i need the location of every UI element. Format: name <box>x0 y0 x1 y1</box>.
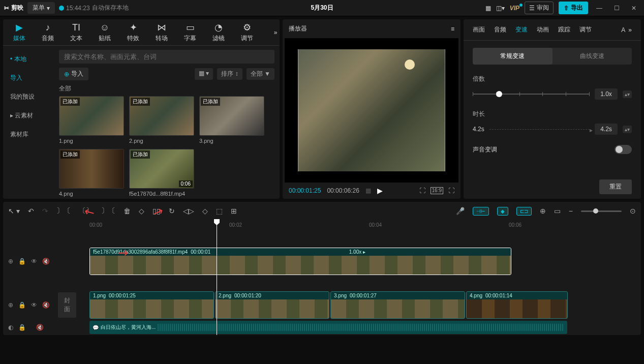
thumb-5[interactable]: 已添加0:06f5e17870d...8f81f.mp4 <box>129 149 194 197</box>
sidebar-item-cloud[interactable]: ▸ 云素材 <box>3 106 54 125</box>
tab-media[interactable]: ▶媒体 <box>5 22 34 43</box>
project-title[interactable]: 5月30日 <box>311 4 333 12</box>
tab-text[interactable]: TI文本 <box>62 22 90 43</box>
mute-icon[interactable]: 🔇 <box>36 324 44 331</box>
snap-button-3[interactable]: ⊏⊐ <box>516 207 532 216</box>
trim-right-tool[interactable]: 〕〔 <box>101 206 115 216</box>
img-clip-4[interactable]: 4.png00:00:01:14 <box>466 291 568 319</box>
lock-icon[interactable]: 🔒 <box>18 324 26 331</box>
review-button[interactable]: ☰审阅 <box>525 2 554 14</box>
ptab-picture[interactable]: 画面 <box>470 24 488 35</box>
audio-clip[interactable]: 💬白日依山尽，黄河入海... <box>89 321 567 334</box>
fullscreen-frame-icon[interactable]: ⛶ <box>419 187 425 194</box>
align-tool[interactable]: ⊕ <box>540 207 546 215</box>
thumb-4[interactable]: 已添加4.png <box>59 149 124 197</box>
ptab-adjust[interactable]: 调节 <box>576 24 595 35</box>
duration-to[interactable]: 4.2s <box>595 124 618 135</box>
list-icon[interactable]: ▦ <box>365 187 371 194</box>
video-clip[interactable]: f5e17870d91da3002896afa638f8f81f.mp400:0… <box>89 248 511 275</box>
crop-tool[interactable]: ⬚ <box>216 207 223 215</box>
reverse-tool[interactable]: ↻ <box>169 207 175 215</box>
track-add-icon[interactable]: ⊕ <box>8 258 13 265</box>
view-grid-button[interactable]: ▦ ▾ <box>195 68 213 80</box>
preview-tool[interactable]: ▭ <box>554 207 561 215</box>
rotate-tool[interactable]: ◇ <box>202 207 208 215</box>
mirror-tool[interactable]: ◁▷ <box>183 207 194 215</box>
layout-icon[interactable]: ▦ <box>485 5 491 12</box>
tab-transition[interactable]: ⋈转场 <box>147 22 176 43</box>
playhead[interactable] <box>217 220 217 335</box>
delete-tool[interactable]: 🗑 <box>124 207 131 215</box>
mute-icon[interactable]: 🔇 <box>42 258 50 265</box>
export-button[interactable]: ⇧导出 <box>559 2 588 14</box>
pitch-toggle[interactable] <box>615 145 632 154</box>
sort-button[interactable]: 排序 ↕ <box>217 68 242 80</box>
thumb-2[interactable]: 已添加2.png <box>129 96 194 144</box>
tab-sticker[interactable]: ☺贴纸 <box>90 22 119 43</box>
play-button[interactable]: ▶ <box>377 187 383 195</box>
fullscreen-icon[interactable]: ⛶ <box>448 187 454 194</box>
lock-icon[interactable]: 🔒 <box>18 301 26 309</box>
split-tool[interactable]: 〕〔 <box>56 206 71 216</box>
subtab-normal-speed[interactable]: 常规变速 <box>473 48 553 65</box>
vip-badge[interactable]: VIP <box>510 5 519 12</box>
img-clip-3[interactable]: 3.png00:00:01:27 <box>330 291 465 319</box>
reset-button[interactable]: 重置 <box>599 179 632 194</box>
tab-effect[interactable]: ✦特效 <box>119 22 147 43</box>
tab-adjust[interactable]: ⚙调节 <box>233 22 261 43</box>
ptab-speed[interactable]: 变速 <box>512 24 531 35</box>
sidebar-item-local[interactable]: • 本地 <box>3 50 54 69</box>
lock-icon[interactable]: 🔒 <box>18 258 26 265</box>
ptab-animation[interactable]: 动画 <box>534 24 552 35</box>
eye-icon[interactable]: 👁 <box>31 258 37 265</box>
duration-stepper[interactable]: ▴▾ <box>623 126 632 133</box>
img-clip-1[interactable]: 1.png00:00:01:25 <box>89 291 214 319</box>
thumb-3[interactable]: 已添加3.png <box>199 96 264 144</box>
zoom-out-button[interactable]: − <box>569 207 573 215</box>
tab-audio[interactable]: ♪音频 <box>34 22 62 43</box>
close-button[interactable]: ✕ <box>628 5 640 12</box>
player-menu-icon[interactable]: ≡ <box>451 25 454 33</box>
aspect-ratio[interactable]: 16:9 <box>431 187 443 194</box>
redo-button[interactable]: ↷ <box>42 207 48 215</box>
multiplier-value[interactable]: 1.0x <box>595 88 618 100</box>
ptab-more[interactable]: A » <box>618 25 635 35</box>
snap-button-1[interactable]: ⊣⊢ <box>473 207 489 216</box>
snap-button-2[interactable]: ◆ <box>497 207 508 216</box>
panel-icon[interactable]: ◫▾ <box>496 5 505 12</box>
trim-left-tool[interactable]: 〔〕 <box>79 206 93 216</box>
image-track[interactable]: ⊕ 🔒 👁 🔇 封面 1.png00:00:01:25 2.png00:00:0… <box>3 290 641 320</box>
multiplier-stepper[interactable]: ▴▾ <box>623 90 632 98</box>
player-viewport[interactable] <box>285 38 458 183</box>
ptab-tracking[interactable]: 跟踪 <box>555 24 573 35</box>
import-button[interactable]: ⊕导入 <box>59 68 88 80</box>
ptab-audio[interactable]: 音频 <box>491 24 509 35</box>
ai-tool[interactable]: ⊞ <box>231 207 237 215</box>
thumb-1[interactable]: 已添加1.png <box>59 96 124 144</box>
maximize-button[interactable]: ☐ <box>610 5 623 12</box>
multiplier-slider[interactable] <box>473 94 590 95</box>
video-track[interactable]: ⊕ 🔒 👁 🔇 f5e17870d91da3002896afa638f8f81f… <box>3 247 641 276</box>
zoom-slider[interactable] <box>581 210 622 212</box>
minimize-button[interactable]: — <box>593 5 605 12</box>
sidebar-item-library[interactable]: 素材库 <box>3 125 54 144</box>
img-clip-2[interactable]: 2.png00:00:01:20 <box>215 291 329 319</box>
mute-icon[interactable]: 🔇 <box>42 301 50 309</box>
ruler[interactable]: 00:00 00:02 00:04 00:06 <box>3 220 641 231</box>
zoom-fit-button[interactable]: ⊙ <box>630 207 636 215</box>
sidebar-item-import[interactable]: 导入 <box>3 69 54 87</box>
track-toggle-icon[interactable]: ◐ <box>8 324 13 331</box>
sidebar-item-presets[interactable]: 我的预设 <box>3 87 54 106</box>
filter-all-button[interactable]: 全部 ▼ <box>247 68 274 80</box>
tab-subtitle[interactable]: ▭字幕 <box>176 22 204 43</box>
menu-button[interactable]: 菜单 ▾ <box>27 2 55 14</box>
audio-track[interactable]: ◐ 🔒 🔇 💬白日依山尽，黄河入海... <box>3 320 641 335</box>
search-input[interactable] <box>59 50 274 64</box>
undo-button[interactable]: ↶ <box>28 207 34 215</box>
copy-tool[interactable]: ▯▯ <box>152 207 161 215</box>
tab-filter[interactable]: ◔滤镜 <box>204 22 233 43</box>
track-add-icon[interactable]: ⊕ <box>8 301 13 309</box>
subtab-curve-speed[interactable]: 曲线变速 <box>553 48 632 65</box>
eye-icon[interactable]: 👁 <box>31 301 37 309</box>
mark-tool[interactable]: ◇ <box>139 207 144 215</box>
